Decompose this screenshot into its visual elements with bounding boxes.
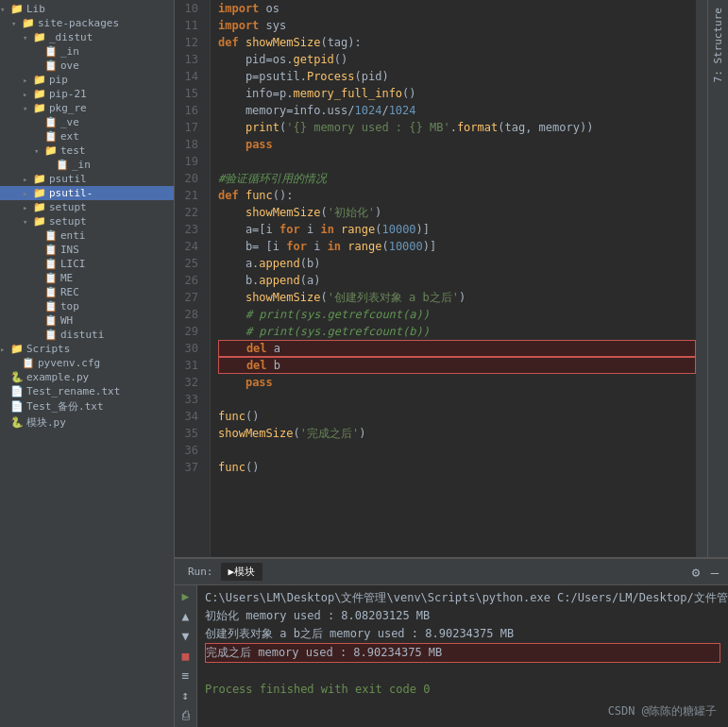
code-line-28: # print(sys.getrefcount(a)): [218, 306, 696, 323]
file-icon: 📋: [43, 116, 59, 128]
folder-arrow: ▸: [0, 345, 9, 354]
token-var: pid=os.: [218, 51, 293, 68]
token-var: (): [334, 51, 347, 68]
tree-item-label: pkg_re: [49, 102, 87, 114]
tree-item-pip-21[interactable]: ▸📁pip-21: [0, 87, 174, 101]
tree-item-distutil2[interactable]: 📋distuti: [0, 328, 174, 342]
line-number-28: 28: [175, 306, 204, 323]
line-number-14: 14: [175, 68, 204, 85]
code-line-33: [218, 391, 696, 408]
token-var: [218, 323, 245, 340]
line-numbers: 1011121314151617181920212223242526272829…: [175, 0, 211, 557]
token-fn: append: [259, 272, 299, 289]
tree-item-example[interactable]: 🐍example.py: [0, 370, 174, 384]
line-number-12: 12: [175, 34, 204, 51]
line-number-32: 32: [175, 374, 204, 391]
line-number-11: 11: [175, 17, 204, 34]
token-fn: print: [245, 119, 279, 136]
run-print-button[interactable]: ⎙: [178, 708, 195, 722]
token-var: )]: [416, 221, 430, 238]
token-var: [218, 136, 245, 153]
tree-item-REC[interactable]: 📋REC: [0, 285, 174, 299]
tree-item-LICI[interactable]: 📋LICI: [0, 257, 174, 271]
tree-item-top[interactable]: 📋top: [0, 299, 174, 313]
token-cm: # print(sys.getrefcount(b)): [245, 323, 430, 340]
tree-item-test_bak[interactable]: 📄Test_备份.txt: [0, 398, 174, 414]
tree-item-ext[interactable]: 📋ext: [0, 129, 174, 144]
tree-item-WH[interactable]: 📋WH: [0, 313, 174, 328]
folder-icon: 📁: [32, 31, 47, 43]
run-scroll-button[interactable]: ↕: [178, 688, 195, 702]
file-icon: 📋: [43, 272, 59, 284]
tree-item-pkg_re[interactable]: ▾📁pkg_re: [0, 101, 174, 115]
code-line-31: del b: [218, 357, 696, 374]
tree-item-label: LICI: [60, 258, 86, 270]
token-var: [239, 34, 245, 51]
tree-item-pip[interactable]: ▸📁pip: [0, 73, 174, 87]
file-icon: 📋: [43, 329, 59, 341]
tree-item-_ve[interactable]: 📋_ve: [0, 115, 174, 129]
line-number-10: 10: [175, 0, 204, 17]
tree-item-label: ME: [60, 272, 73, 284]
run-stop-button[interactable]: ■: [178, 649, 195, 663]
tree-item-INS[interactable]: 📋INS: [0, 243, 174, 257]
tree-item-psutil[interactable]: ▸📁psutil: [0, 172, 174, 186]
code-line-29: # print(sys.getrefcount(b)): [218, 323, 696, 340]
code-line-16: memory=info.uss/1024/1024: [218, 102, 696, 119]
line-number-34: 34: [175, 408, 204, 425]
run-tab-label: Run:: [188, 566, 213, 578]
structure-tab[interactable]: 7: Structure: [708, 0, 728, 90]
tree-item-_in[interactable]: 📋_in: [0, 44, 174, 59]
token-var: a=[i: [218, 221, 279, 238]
token-num: 10000: [381, 221, 415, 238]
tree-item-psutil_sel[interactable]: ▸📁psutil-: [0, 186, 174, 200]
txt-file-icon: 📄: [9, 385, 25, 397]
tree-item-site-packages[interactable]: ▾📁site-packages: [0, 16, 174, 30]
line-number-37: 37: [175, 459, 204, 476]
token-kw: del: [219, 340, 267, 357]
run-play-button[interactable]: ▶: [178, 589, 195, 603]
tree-item-label: setupt: [49, 201, 87, 213]
run-output-line-0: C:\Users\LM\Desktop\文件管理\venv\Scripts\py…: [205, 589, 720, 607]
token-num: 1024: [389, 102, 416, 119]
run-output-line-2: 创建列表对象 a b之后 memory used : 8.90234375 MB: [205, 625, 720, 643]
tree-item-label: INS: [60, 244, 79, 256]
token-fn: showMemSize: [218, 425, 293, 442]
run-output-line-5: Process finished with exit code 0: [205, 681, 720, 699]
folder-icon: 📁: [9, 3, 25, 15]
tree-item-module[interactable]: 🐍模块.py: [0, 414, 174, 431]
tree-item-test[interactable]: ▾📁test: [0, 144, 174, 158]
file-icon: 📋: [43, 229, 59, 242]
minimize-button[interactable]: —: [707, 565, 722, 580]
tree-item-lib[interactable]: ▾📁Lib: [0, 2, 174, 16]
module-tab[interactable]: ▶ 模块: [221, 563, 263, 581]
tree-item-label: WH: [60, 314, 73, 327]
run-up-button[interactable]: ▲: [178, 609, 195, 623]
line-number-26: 26: [175, 272, 204, 289]
code-line-19: [218, 153, 696, 170]
line-number-15: 15: [175, 85, 204, 102]
tree-item-setup_p[interactable]: ▸📁setupt: [0, 200, 174, 214]
tree-item-ove[interactable]: 📋ove: [0, 59, 174, 73]
token-var: [218, 204, 245, 221]
tree-item-test_rename[interactable]: 📄Test_rename.txt: [0, 384, 174, 398]
tree-item-scripts[interactable]: ▸📁Scripts: [0, 342, 174, 356]
token-kw: for: [286, 238, 307, 255]
run-down-button[interactable]: ▼: [178, 629, 195, 643]
token-var: [341, 238, 347, 255]
settings-button[interactable]: ⚙: [688, 565, 703, 580]
tree-item-ME[interactable]: 📋ME: [0, 271, 174, 285]
token-var: [218, 119, 245, 136]
tree-item-enti[interactable]: 📋enti: [0, 228, 174, 243]
run-wrap-button[interactable]: ≡: [178, 668, 195, 683]
tree-item-pyvenv[interactable]: 📋pyvenv.cfg: [0, 356, 174, 370]
code-view[interactable]: 1011121314151617181920212223242526272829…: [175, 0, 707, 557]
tree-item-distut[interactable]: ▾📁_distut: [0, 30, 174, 44]
folder-icon: 📁: [32, 88, 47, 100]
file-icon: 📋: [21, 357, 36, 369]
module-tab-label: ▶: [229, 566, 235, 578]
token-var: (): [245, 459, 259, 476]
tree-item-_in2[interactable]: 📋_in: [0, 158, 174, 172]
tree-item-setup_d[interactable]: ▾📁setupt: [0, 214, 174, 228]
right-gutter: [696, 0, 707, 557]
